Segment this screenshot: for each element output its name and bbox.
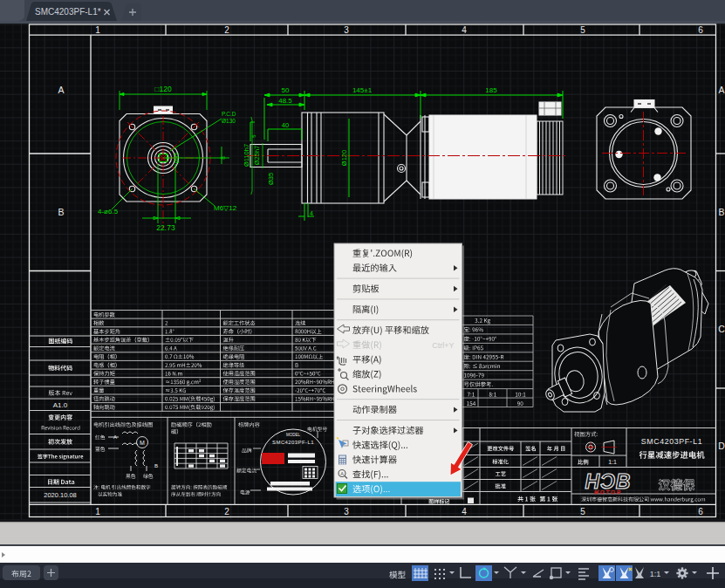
svg-text:2: 2 [224, 25, 229, 35]
svg-text:C: C [718, 324, 725, 334]
svg-text:□120: □120 [154, 85, 172, 93]
svg-text:48.5: 48.5 [278, 97, 292, 105]
svg-text:Ctrl+Y: Ctrl+Y [432, 341, 454, 350]
svg-text:M: M [140, 440, 145, 446]
svg-text:Ø120: Ø120 [340, 150, 348, 166]
svg-text:B: B [718, 207, 724, 217]
svg-text:8: 8 [220, 156, 226, 160]
svg-text:4: 4 [462, 25, 467, 35]
svg-text:Ø35: Ø35 [267, 173, 275, 185]
svg-text:B: B [154, 463, 158, 468]
svg-text:2020.10.08: 2020.10.08 [44, 491, 77, 499]
svg-text:145±1: 145±1 [352, 86, 373, 94]
svg-text:SMC4203PF-L1: SMC4203PF-L1 [641, 437, 702, 446]
svg-text:3: 3 [344, 507, 349, 516]
svg-text:A: A [58, 85, 64, 95]
svg-text:3: 3 [344, 25, 349, 35]
svg-text:50: 50 [282, 86, 290, 94]
svg-text:MOTOR: MOTOR [594, 489, 622, 495]
svg-text:Ø25h7: Ø25h7 [253, 146, 261, 166]
svg-text:Ø130: Ø130 [222, 118, 236, 124]
svg-text:4: 4 [462, 507, 467, 516]
svg-text:Ø35: Ø35 [174, 152, 180, 163]
svg-text:A1.0: A1.0 [53, 401, 68, 409]
svg-text:5: 5 [580, 507, 585, 516]
svg-text:40: 40 [282, 121, 289, 129]
svg-text:M6▽12: M6▽12 [214, 204, 237, 212]
svg-text:6: 6 [698, 507, 703, 516]
svg-text:185: 185 [485, 86, 497, 94]
svg-text:P.C.D: P.C.D [222, 111, 236, 117]
svg-text:SMC4203PF-L1: SMC4203PF-L1 [272, 440, 314, 445]
svg-text:1: 1 [95, 507, 100, 516]
svg-text:B: B [58, 207, 64, 217]
svg-text:D: D [718, 441, 725, 451]
svg-text:1: 1 [95, 25, 100, 35]
svg-text:6: 6 [698, 25, 703, 35]
svg-text:4-ø6.5: 4-ø6.5 [98, 208, 119, 215]
svg-text:1:1: 1:1 [650, 570, 661, 578]
svg-text:A: A [340, 471, 344, 476]
svg-text:1:1: 1:1 [608, 459, 617, 465]
svg-text:MODEL: MODEL [286, 433, 301, 437]
svg-text:Ø110h7: Ø110h7 [243, 144, 250, 167]
svg-text:2: 2 [224, 507, 229, 516]
svg-text:22.73: 22.73 [156, 223, 175, 232]
svg-text:5: 5 [580, 25, 585, 35]
svg-text:4: 4 [310, 210, 313, 216]
svg-text:A: A [718, 85, 724, 95]
svg-text:SMC4203PF-L1*: SMC4203PF-L1* [35, 7, 101, 17]
